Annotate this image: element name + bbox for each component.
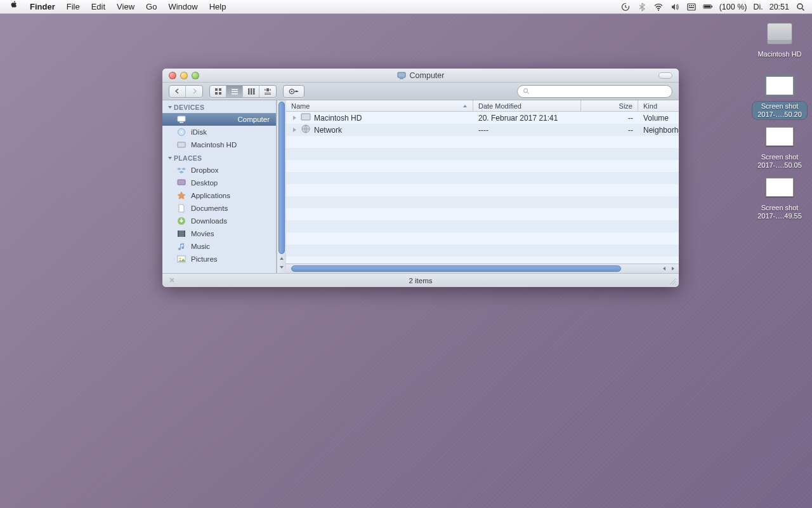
- svg-rect-15: [215, 92, 218, 95]
- title-bar[interactable]: Computer: [162, 69, 679, 83]
- svg-rect-23: [266, 88, 269, 91]
- menu-bar: Finder File Edit View Go Window Help (10…: [0, 0, 812, 14]
- close-button[interactable]: [169, 72, 176, 79]
- back-button[interactable]: [169, 86, 186, 97]
- sidebar-header-devices[interactable]: DEVICES: [162, 100, 276, 113]
- menu-file[interactable]: File: [61, 0, 86, 14]
- documents-icon: [176, 203, 187, 213]
- apple-menu-icon[interactable]: [4, 0, 24, 14]
- menu-help[interactable]: Help: [204, 0, 232, 14]
- svg-point-1: [658, 10, 659, 11]
- horizontal-scrollbar[interactable]: [286, 264, 679, 273]
- toolbar-toggle-button[interactable]: [658, 72, 672, 79]
- view-list-button[interactable]: [226, 86, 243, 97]
- svg-rect-6: [689, 7, 694, 8]
- desktop-screenshot-3-label: Screen shot 2017-….49.55: [752, 203, 807, 221]
- scroll-down-icon[interactable]: [277, 263, 286, 272]
- search-input[interactable]: [534, 88, 667, 95]
- computer-icon: [176, 114, 187, 124]
- svg-point-10: [797, 4, 802, 9]
- svg-rect-24: [265, 89, 266, 91]
- wifi-icon[interactable]: [653, 2, 664, 12]
- svg-point-30: [524, 89, 528, 93]
- toolbar: [162, 83, 679, 100]
- forward-button[interactable]: [186, 86, 202, 97]
- svg-rect-3: [689, 5, 690, 6]
- hd-icon: [301, 112, 311, 123]
- sidebar-item-computer[interactable]: Computer: [162, 113, 276, 126]
- scrollbar-thumb[interactable]: [291, 265, 621, 272]
- disclosure-triangle-icon[interactable]: [291, 115, 298, 121]
- desktop-hd-label: Macintosh HD: [755, 50, 804, 59]
- scroll-up-icon[interactable]: [277, 254, 286, 263]
- desktop-screenshot-3[interactable]: Screen shot 2017-….49.55: [752, 173, 807, 221]
- scrollbar-thumb[interactable]: [278, 102, 285, 254]
- app-menu[interactable]: Finder: [24, 0, 61, 14]
- svg-rect-35: [178, 142, 185, 147]
- svg-rect-14: [219, 88, 221, 91]
- text-input-icon[interactable]: [686, 2, 697, 12]
- movies-icon: [176, 229, 187, 239]
- window-title: Computer: [410, 71, 445, 80]
- disclosure-triangle-icon: [167, 105, 173, 110]
- menu-go[interactable]: Go: [140, 0, 162, 14]
- svg-rect-16: [219, 92, 221, 95]
- column-date[interactable]: Date Modified: [473, 100, 581, 111]
- sidebar-item-documents[interactable]: Documents: [162, 202, 276, 215]
- menu-view[interactable]: View: [111, 0, 140, 14]
- svg-rect-12: [400, 78, 403, 79]
- svg-point-34: [181, 131, 183, 133]
- zoom-button[interactable]: [192, 72, 199, 79]
- svg-rect-4: [691, 5, 692, 6]
- sidebar-header-places[interactable]: PLACES: [162, 151, 276, 164]
- sort-ascending-icon: [462, 104, 468, 109]
- column-name[interactable]: Name: [286, 100, 473, 111]
- disclosure-triangle-icon[interactable]: [291, 127, 298, 133]
- sidebar-item-dropbox[interactable]: Dropbox: [162, 164, 276, 177]
- clock-time[interactable]: 20:51: [769, 3, 789, 11]
- sidebar-item-applications[interactable]: Applications: [162, 189, 276, 202]
- volume-icon[interactable]: [670, 2, 680, 12]
- action-button[interactable]: [284, 86, 304, 97]
- desktop-screenshot-2-label: Screen shot 2017-….50.05: [752, 152, 807, 170]
- desktop-screenshot-2[interactable]: Screen shot 2017-….50.05: [752, 122, 807, 170]
- view-coverflow-button[interactable]: [259, 86, 276, 97]
- scroll-left-icon[interactable]: [660, 264, 669, 273]
- svg-rect-27: [265, 94, 271, 95]
- column-size[interactable]: Size: [581, 100, 638, 111]
- view-column-button[interactable]: [243, 86, 259, 97]
- sidebar-item-macintosh-hd[interactable]: Macintosh HD: [162, 138, 276, 151]
- sidebar-item-idisk[interactable]: iDisk: [162, 126, 276, 138]
- column-kind[interactable]: Kind: [638, 100, 679, 111]
- list-pane: Name Date Modified Size Kind Macintosh H…: [286, 100, 679, 273]
- desktop-screenshot-1[interactable]: Screen shot 2017-….50.20: [752, 71, 807, 119]
- sidebar-item-movies[interactable]: Movies: [162, 227, 276, 240]
- battery-percent[interactable]: (100 %): [719, 3, 747, 11]
- svg-rect-19: [232, 93, 238, 95]
- scroll-right-icon[interactable]: [669, 264, 678, 273]
- column-headers: Name Date Modified Size Kind: [286, 100, 679, 112]
- list-item[interactable]: Macintosh HD 20. Februar 2017 21:41 -- V…: [286, 112, 679, 124]
- sidebar-item-downloads[interactable]: Downloads: [162, 215, 276, 227]
- desktop-hd-icon[interactable]: Macintosh HD: [752, 19, 807, 59]
- clock-day[interactable]: Di.: [753, 3, 763, 11]
- svg-rect-43: [301, 114, 310, 120]
- list-item[interactable]: Network ---- -- Neighborhood: [286, 124, 679, 136]
- spotlight-icon[interactable]: [796, 2, 806, 12]
- sidebar-scrollbar[interactable]: [277, 100, 286, 273]
- menu-edit[interactable]: Edit: [86, 0, 111, 14]
- sidebar-item-music[interactable]: Music: [162, 240, 276, 253]
- svg-rect-26: [265, 93, 271, 93]
- view-icon-button[interactable]: [210, 86, 226, 97]
- path-button[interactable]: [167, 276, 176, 286]
- search-icon: [523, 88, 530, 95]
- resize-handle[interactable]: [669, 277, 676, 285]
- bluetooth-icon[interactable]: [637, 2, 647, 12]
- battery-icon[interactable]: [703, 2, 713, 12]
- menu-window[interactable]: Window: [162, 0, 203, 14]
- time-machine-icon[interactable]: [620, 2, 631, 12]
- sidebar-item-desktop[interactable]: Desktop: [162, 177, 276, 189]
- sidebar-item-pictures[interactable]: Pictures: [162, 253, 276, 265]
- search-field[interactable]: [517, 85, 672, 98]
- minimize-button[interactable]: [180, 72, 188, 79]
